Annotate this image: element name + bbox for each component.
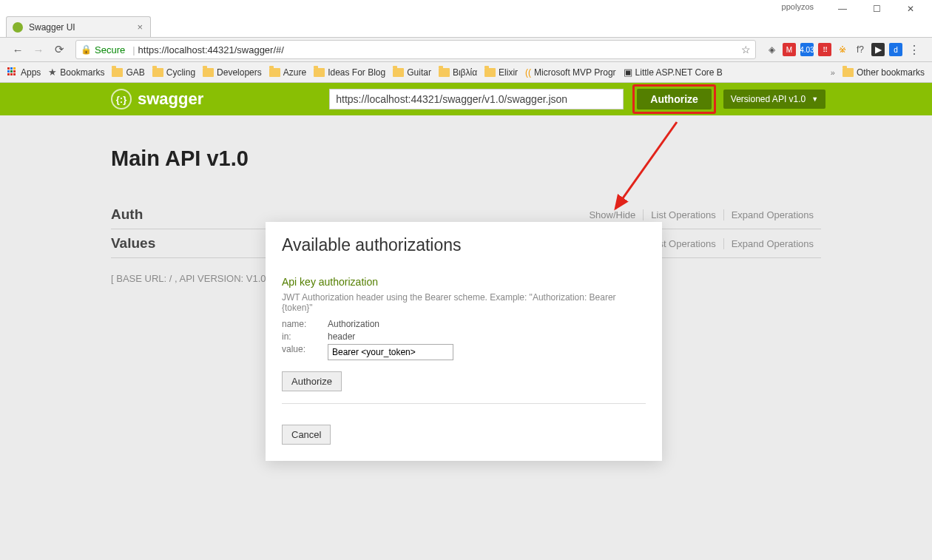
swagger-header: {:} swagger Authorize Versioned API v1.0… xyxy=(0,83,932,115)
section-title: Values xyxy=(111,235,155,252)
modal-description: JWT Authorization header using the Beare… xyxy=(282,292,646,313)
label-in: in: xyxy=(282,331,328,342)
secure-label: Secure xyxy=(95,44,125,55)
authorize-button[interactable]: Authorize xyxy=(637,89,712,109)
ext-pin-icon[interactable]: ◈ xyxy=(765,43,778,56)
extensions-row: ◈ M 4.03 ⠿ ※ f? ▶ d xyxy=(765,43,902,56)
bookmark-star-icon[interactable]: ☆ xyxy=(741,44,751,55)
bm-folder-elixir[interactable]: Elixir xyxy=(484,67,518,78)
bookmarks-bar: Apps ★ Bookmarks GAB Cycling Developers … xyxy=(0,62,932,83)
apps-grid-icon xyxy=(7,67,18,78)
section-title: Auth xyxy=(111,206,143,223)
lock-icon: 🔒 xyxy=(81,44,92,55)
browser-tab[interactable]: Swagger UI × xyxy=(6,16,151,37)
bm-aspnet[interactable]: ▣Little ASP.NET Core B xyxy=(624,67,723,78)
folder-icon xyxy=(439,68,450,77)
window-close[interactable]: ✕ xyxy=(894,1,928,16)
token-input[interactable] xyxy=(328,344,453,360)
ext-f-icon[interactable]: f? xyxy=(854,43,867,56)
book-icon: ▣ xyxy=(624,67,632,78)
swagger-url-input[interactable] xyxy=(329,89,624,109)
ext-play-icon[interactable]: ▶ xyxy=(871,43,885,56)
folder-icon xyxy=(484,68,496,77)
op-expand[interactable]: Expand Operations xyxy=(724,209,821,220)
bm-folder-ideas[interactable]: Ideas For Blog xyxy=(314,67,385,78)
op-expand[interactable]: Expand Operations xyxy=(724,238,821,249)
bm-folder-books[interactable]: Βιβλία xyxy=(439,67,477,78)
mvp-icon: (( xyxy=(525,67,531,78)
star-icon: ★ xyxy=(48,67,57,78)
window-maximize[interactable]: ☐ xyxy=(860,1,894,16)
folder-icon xyxy=(314,68,325,77)
browser-menu[interactable]: ⋮ xyxy=(905,41,923,58)
chevron-down-icon: ▼ xyxy=(811,95,818,103)
address-bar[interactable]: 🔒 Secure | https://localhost:44321/swagg… xyxy=(75,40,756,59)
window-user: ppolyzos xyxy=(782,2,814,11)
ext-cal-icon[interactable]: 4.03 xyxy=(800,43,814,56)
swagger-logo-icon: {:} xyxy=(111,89,132,109)
ext-gmail-icon[interactable]: M xyxy=(783,43,796,56)
folder-icon xyxy=(112,68,123,77)
folder-icon xyxy=(393,68,404,77)
apps-label: Apps xyxy=(21,67,41,78)
other-bookmarks[interactable]: Other bookmarks xyxy=(842,67,925,78)
swagger-brand: swagger xyxy=(138,90,203,109)
modal-authorize-button[interactable]: Authorize xyxy=(282,371,342,391)
modal-title: Available authorizations xyxy=(282,235,646,255)
reload-button[interactable]: ⟳ xyxy=(50,41,68,58)
folder-icon xyxy=(152,68,163,77)
bookmarks-star[interactable]: ★ Bookmarks xyxy=(48,67,104,78)
browser-toolbar: ← → ⟳ 🔒 Secure | https://localhost:44321… xyxy=(0,37,932,62)
bookmarks-label: Bookmarks xyxy=(60,67,104,78)
bm-mvp[interactable]: ((Microsoft MVP Progr xyxy=(525,67,615,78)
apps-button[interactable]: Apps xyxy=(7,67,41,78)
folder-icon xyxy=(269,68,280,77)
bm-folder-cycling[interactable]: Cycling xyxy=(152,67,195,78)
value-name: Authorization xyxy=(328,319,379,329)
url-separator: | xyxy=(132,44,135,55)
op-list[interactable]: List Operations xyxy=(644,209,723,220)
label-value: value: xyxy=(282,344,328,360)
page-title: Main API v1.0 xyxy=(111,146,821,171)
window-minimize[interactable]: — xyxy=(825,1,860,16)
label-name: name: xyxy=(282,319,328,329)
forward-button[interactable]: → xyxy=(30,41,47,58)
folder-icon xyxy=(842,68,854,77)
modal-divider xyxy=(282,403,646,404)
ext-grid-icon[interactable]: ⠿ xyxy=(818,43,831,56)
authorize-highlight: Authorize xyxy=(632,84,716,114)
window-titlebar: ppolyzos — ☐ ✕ xyxy=(0,0,932,15)
tab-close-icon[interactable]: × xyxy=(135,21,144,33)
bm-folder-gab[interactable]: GAB xyxy=(112,67,144,78)
modal-section: Api key authorization xyxy=(282,276,646,288)
version-select[interactable]: Versioned API v1.0 ▼ xyxy=(723,90,825,109)
modal-cancel-button[interactable]: Cancel xyxy=(282,425,331,445)
swagger-logo[interactable]: {:} swagger xyxy=(111,89,203,109)
url-text: https://localhost:44321/swagger/#/ xyxy=(138,44,284,55)
browser-tab-strip: Swagger UI × xyxy=(0,15,932,37)
ext-leaf-icon[interactable]: ※ xyxy=(836,43,849,56)
bm-folder-developers[interactable]: Developers xyxy=(203,67,262,78)
op-showhide[interactable]: Show/Hide xyxy=(581,209,644,220)
bm-folder-azure[interactable]: Azure xyxy=(269,67,306,78)
authorize-modal: Available authorizations Api key authori… xyxy=(266,222,662,461)
version-label: Versioned API v1.0 xyxy=(731,94,806,104)
back-button[interactable]: ← xyxy=(9,41,27,58)
favicon-icon xyxy=(13,22,23,33)
overflow-chevron-icon[interactable]: » xyxy=(831,68,835,77)
tab-title: Swagger UI xyxy=(29,22,75,33)
bm-folder-guitar[interactable]: Guitar xyxy=(393,67,431,78)
folder-icon xyxy=(203,68,214,77)
ext-d-icon[interactable]: d xyxy=(889,43,902,56)
value-in: header xyxy=(328,331,355,342)
